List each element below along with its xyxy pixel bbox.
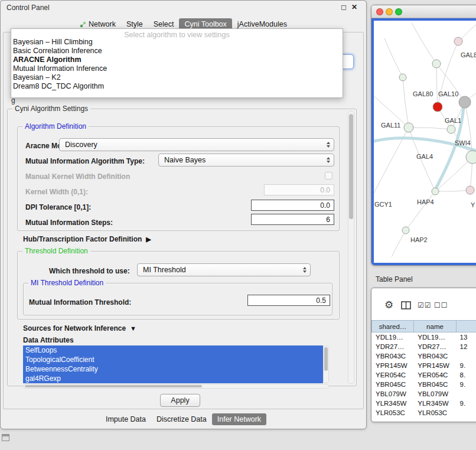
- kernel-width-label: Kernel Width (0,1):: [25, 188, 88, 196]
- table-row[interactable]: YBL079W YBL079W: [371, 389, 476, 399]
- tab-label: Network: [89, 20, 116, 28]
- collapse-down-icon[interactable]: ▼: [130, 325, 136, 332]
- kernel-width-field[interactable]: 0.0: [264, 184, 334, 195]
- cell: 9.: [456, 399, 476, 408]
- sources-expander[interactable]: Sources for Network Inference ▼: [23, 324, 136, 332]
- mi-steps-label: Mutual Information Steps:: [25, 219, 113, 227]
- close-traffic-light[interactable]: [376, 8, 383, 15]
- graph-node[interactable]: [466, 186, 474, 194]
- algorithm-option-selected[interactable]: ARACNE Algorithm: [11, 56, 343, 64]
- cell: [456, 351, 476, 361]
- settings-scrollbar-thumb[interactable]: [349, 114, 353, 219]
- mi-steps-field[interactable]: 6: [251, 214, 334, 225]
- table-row[interactable]: YER054C YER054C 8.: [371, 370, 476, 380]
- attribute-item[interactable]: SelfLoops: [23, 345, 323, 355]
- graph-node[interactable]: [399, 74, 406, 81]
- table-row[interactable]: YPR145W YPR145W 9.: [371, 361, 476, 370]
- graph-edge: [409, 128, 451, 129]
- mi-algorithm-type-combobox[interactable]: Naive Bayes: [158, 154, 334, 167]
- attribute-item[interactable]: TopologicalCoefficient: [23, 355, 323, 364]
- algorithm-option[interactable]: Dream8 DC_TDC Algorithm: [11, 82, 343, 91]
- deselect-all-checkboxes-icon[interactable]: ☐☐: [434, 301, 448, 309]
- expand-right-icon[interactable]: ▶: [146, 236, 151, 243]
- float-window-icon[interactable]: ◻: [340, 3, 348, 11]
- algorithm-option[interactable]: Bayesian – K2: [11, 73, 343, 82]
- tab-label: Select: [154, 20, 174, 28]
- cell: YDL19…: [371, 332, 413, 342]
- group-title: Cyni Algorithm Settings: [12, 105, 90, 113]
- attributes-hscrollbar-thumb[interactable]: [25, 385, 202, 387]
- cell: [456, 389, 476, 399]
- dpi-tolerance-field[interactable]: 0.0: [251, 200, 334, 211]
- algorithm-option[interactable]: Mutual Information Inference: [11, 64, 343, 73]
- aracne-mode-combobox[interactable]: Discovery: [59, 138, 334, 151]
- algorithm-option[interactable]: Bayesian – Hill Climbing: [11, 38, 343, 47]
- settings-scrollbar[interactable]: [348, 111, 354, 384]
- cell: YBR043C: [371, 351, 413, 361]
- minimized-panel-icon[interactable]: [2, 434, 9, 441]
- table-row[interactable]: YBR045C YBR045C 9.: [371, 380, 476, 389]
- gear-icon[interactable]: ⚙: [384, 299, 393, 311]
- algorithm-option[interactable]: Basic Correlation Inference: [11, 47, 343, 56]
- graph-node[interactable]: [432, 188, 439, 195]
- node-label: GCY1: [374, 201, 392, 208]
- network-view-window: GAL8 GAL80 GAL10 GAL11 GAL1 SWI4 GAL4 GC…: [371, 5, 476, 266]
- tab-label: Style: [126, 20, 143, 28]
- hub-definition-expander[interactable]: Hub/Transcription Factor Definition ▶: [23, 235, 151, 243]
- graph-node[interactable]: [466, 151, 476, 164]
- graph-node[interactable]: [447, 125, 455, 133]
- table-row[interactable]: YDL19… YDL19… 13: [371, 332, 476, 342]
- cell: [456, 408, 476, 418]
- table-panel-title: Table Panel: [376, 275, 413, 283]
- manual-kernel-width-label: Manual Kernel Width Definition: [25, 172, 130, 181]
- graph-node[interactable]: [404, 123, 413, 132]
- field-value: 6: [326, 216, 330, 224]
- attribute-item[interactable]: BetweennessCentrality: [23, 364, 323, 374]
- table-row[interactable]: YLR053C YLR053C: [371, 408, 476, 418]
- dpi-tolerance-label: DPI Tolerance [0,1]:: [25, 203, 91, 211]
- graph-node[interactable]: [459, 96, 471, 108]
- apply-button[interactable]: Apply: [160, 394, 200, 407]
- attributes-vscrollbar[interactable]: [323, 345, 329, 383]
- select-all-checkboxes-icon[interactable]: ☑☑: [418, 301, 432, 309]
- mi-threshold-field[interactable]: 0.5: [247, 295, 330, 306]
- column-header-name[interactable]: name: [414, 320, 457, 332]
- graph-edge: [392, 230, 406, 257]
- tab-impute-data[interactable]: Impute Data: [100, 413, 151, 425]
- network-canvas[interactable]: GAL8 GAL80 GAL10 GAL11 GAL1 SWI4 GAL4 GC…: [374, 21, 476, 263]
- field-value: 0.0: [320, 186, 330, 194]
- column-header-shared-name[interactable]: shared…: [371, 320, 414, 332]
- which-threshold-label: Which threshold to use:: [49, 267, 130, 275]
- tab-discretize-data[interactable]: Discretize Data: [151, 413, 212, 425]
- cell: YLR345W: [413, 399, 455, 408]
- cell: YBR045C: [371, 380, 413, 389]
- close-icon[interactable]: ✕: [350, 3, 358, 11]
- graph-node[interactable]: [432, 60, 441, 68]
- table-row[interactable]: YLR345W YLR345W 9.: [371, 399, 476, 408]
- manual-kernel-width-checkbox[interactable]: [325, 172, 332, 180]
- column-header-clipped[interactable]: [457, 320, 476, 332]
- cell: YBL079W: [371, 389, 413, 399]
- minimize-traffic-light[interactable]: [386, 8, 393, 15]
- which-threshold-combobox[interactable]: MI Threshold: [137, 263, 311, 276]
- graph-edge: [435, 190, 470, 191]
- attributes-vscrollbar-thumb[interactable]: [324, 347, 328, 371]
- cell: YDL19…: [413, 332, 455, 342]
- columns-icon[interactable]: [401, 301, 411, 309]
- combobox-value: MI Threshold: [143, 266, 186, 274]
- tab-infer-network[interactable]: Infer Network: [212, 413, 266, 425]
- cell: 12: [456, 342, 476, 351]
- algorithm-dropdown-popup: Select algorithm to view settings Bayesi…: [11, 28, 343, 98]
- field-value: 0.0: [320, 201, 330, 210]
- zoom-traffic-light[interactable]: [395, 8, 402, 15]
- table-row[interactable]: YDR27… YDR27… 12: [371, 342, 476, 351]
- network-window-titlebar[interactable]: [371, 5, 476, 18]
- graph-node[interactable]: [402, 227, 409, 234]
- graph-edge: [406, 191, 435, 230]
- group-title: Threshold Definition: [22, 247, 90, 255]
- attributes-hscrollbar[interactable]: [23, 384, 329, 389]
- graph-node-gal10[interactable]: [433, 102, 442, 112]
- table-row[interactable]: YBR043C YBR043C: [371, 351, 476, 361]
- graph-node[interactable]: [454, 37, 462, 45]
- attribute-item[interactable]: gal4RGexp: [23, 374, 323, 383]
